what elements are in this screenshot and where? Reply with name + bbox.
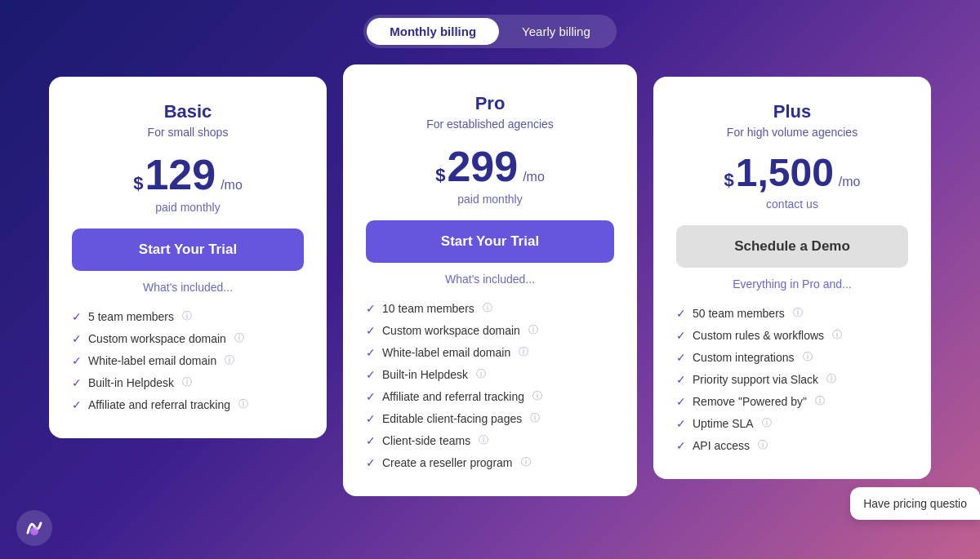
info-icon: ⓘ xyxy=(483,301,492,315)
pro-price-row: $ 299 /mo xyxy=(435,145,545,188)
pro-cta-button[interactable]: Start Your Trial xyxy=(366,220,614,263)
check-icon: ✓ xyxy=(676,439,686,452)
list-item: ✓Custom integrationsⓘ xyxy=(676,346,908,368)
check-icon: ✓ xyxy=(72,398,82,411)
list-item: ✓Custom workspace domainⓘ xyxy=(366,319,614,341)
info-icon: ⓘ xyxy=(758,438,768,452)
check-icon: ✓ xyxy=(366,390,376,403)
pro-feature-list: ✓10 team membersⓘ ✓Custom workspace doma… xyxy=(366,297,614,473)
check-icon: ✓ xyxy=(366,456,376,469)
info-icon: ⓘ xyxy=(225,353,234,367)
list-item: ✓Uptime SLAⓘ xyxy=(676,412,908,434)
info-icon: ⓘ xyxy=(476,367,486,381)
list-item: ✓White-label email domainⓘ xyxy=(72,349,304,371)
check-icon: ✓ xyxy=(72,310,82,323)
yearly-billing-option[interactable]: Yearly billing xyxy=(499,18,613,45)
monthly-billing-option[interactable]: Monthly billing xyxy=(367,18,499,45)
info-icon: ⓘ xyxy=(832,328,842,342)
basic-subtitle: For small shops xyxy=(148,126,229,139)
basic-price-dollar: $ xyxy=(133,173,143,194)
info-icon: ⓘ xyxy=(234,331,244,345)
check-icon: ✓ xyxy=(676,351,686,364)
plus-price-note: contact us xyxy=(766,197,818,211)
pro-whats-included: What's included... xyxy=(445,273,535,286)
info-icon: ⓘ xyxy=(530,411,540,425)
check-icon: ✓ xyxy=(676,307,686,320)
basic-price-note: paid monthly xyxy=(155,201,220,214)
pro-price-dollar: $ xyxy=(435,165,445,186)
plus-title: Plus xyxy=(773,101,811,122)
plus-whats-included: Everything in Pro and... xyxy=(733,277,852,291)
check-icon: ✓ xyxy=(676,417,686,430)
plus-subtitle: For high volume agencies xyxy=(727,126,858,139)
check-icon: ✓ xyxy=(72,332,82,345)
list-item: ✓Built-in Helpdeskⓘ xyxy=(72,371,304,393)
info-icon: ⓘ xyxy=(182,375,192,389)
check-icon: ✓ xyxy=(676,373,686,386)
info-icon: ⓘ xyxy=(826,372,836,386)
plus-price-dollar: $ xyxy=(724,170,733,191)
plus-feature-list: ✓50 team membersⓘ ✓Custom rules & workfl… xyxy=(676,302,908,456)
pricing-cards: Basic For small shops $ 129 /mo paid mon… xyxy=(0,77,980,496)
list-item: ✓10 team membersⓘ xyxy=(366,297,614,319)
check-icon: ✓ xyxy=(366,368,376,381)
list-item: ✓Priority support via Slackⓘ xyxy=(676,368,908,390)
chat-bubble[interactable]: Have pricing questio xyxy=(850,487,980,520)
basic-price-period: /mo xyxy=(220,178,243,193)
list-item: ✓5 team membersⓘ xyxy=(72,305,304,327)
pro-card: Pro For established agencies $ 299 /mo p… xyxy=(343,64,637,496)
basic-cta-button[interactable]: Start Your Trial xyxy=(72,228,304,271)
billing-toggle[interactable]: Monthly billing Yearly billing xyxy=(363,15,617,48)
svg-point-1 xyxy=(30,527,38,535)
list-item: ✓Built-in Helpdeskⓘ xyxy=(366,363,614,385)
plus-price-row: $ 1,500 /mo xyxy=(724,153,860,193)
check-icon: ✓ xyxy=(676,329,686,342)
plus-card: Plus For high volume agencies $ 1,500 /m… xyxy=(653,77,931,479)
pro-price-note: paid monthly xyxy=(457,193,522,206)
check-icon: ✓ xyxy=(72,376,82,389)
basic-title: Basic xyxy=(164,101,212,122)
logo xyxy=(16,510,52,546)
check-icon: ✓ xyxy=(676,395,686,408)
check-icon: ✓ xyxy=(366,412,376,425)
list-item: ✓API accessⓘ xyxy=(676,434,908,456)
list-item: ✓Remove "Powered by"ⓘ xyxy=(676,390,908,412)
pro-title: Pro xyxy=(475,93,506,114)
list-item: ✓Custom rules & workflowsⓘ xyxy=(676,324,908,346)
check-icon: ✓ xyxy=(366,324,376,337)
pro-price-period: /mo xyxy=(523,170,545,184)
info-icon: ⓘ xyxy=(762,416,772,430)
basic-whats-included: What's included... xyxy=(143,281,233,294)
list-item: ✓White-label email domainⓘ xyxy=(366,341,614,363)
pro-subtitle: For established agencies xyxy=(426,118,554,131)
list-item: ✓50 team membersⓘ xyxy=(676,302,908,324)
check-icon: ✓ xyxy=(366,434,376,447)
info-icon: ⓘ xyxy=(815,394,825,408)
basic-price-amount: 129 xyxy=(145,153,216,196)
info-icon: ⓘ xyxy=(793,306,803,320)
list-item: ✓Affiliate and referral trackingⓘ xyxy=(366,385,614,407)
info-icon: ⓘ xyxy=(803,350,813,364)
list-item: ✓Client-side teamsⓘ xyxy=(366,429,614,451)
basic-price-row: $ 129 /mo xyxy=(133,153,243,196)
check-icon: ✓ xyxy=(366,302,376,315)
info-icon: ⓘ xyxy=(238,397,248,411)
pro-price-amount: 299 xyxy=(447,145,518,188)
info-icon: ⓘ xyxy=(479,433,488,447)
plus-cta-button[interactable]: Schedule a Demo xyxy=(676,225,908,268)
plus-price-amount: 1,500 xyxy=(736,153,834,193)
list-item: ✓Editable client-facing pagesⓘ xyxy=(366,407,614,429)
list-item: ✓Create a reseller programⓘ xyxy=(366,451,614,473)
list-item: ✓Custom workspace domainⓘ xyxy=(72,327,304,349)
info-icon: ⓘ xyxy=(519,345,528,359)
check-icon: ✓ xyxy=(72,354,82,367)
info-icon: ⓘ xyxy=(521,455,531,469)
basic-card: Basic For small shops $ 129 /mo paid mon… xyxy=(49,77,327,438)
info-icon: ⓘ xyxy=(182,309,192,323)
list-item: ✓Affiliate and referral trackingⓘ xyxy=(72,393,304,415)
check-icon: ✓ xyxy=(366,346,376,359)
plus-price-period: /mo xyxy=(839,175,861,189)
info-icon: ⓘ xyxy=(532,389,542,403)
basic-feature-list: ✓5 team membersⓘ ✓Custom workspace domai… xyxy=(72,305,304,415)
info-icon: ⓘ xyxy=(528,323,538,337)
